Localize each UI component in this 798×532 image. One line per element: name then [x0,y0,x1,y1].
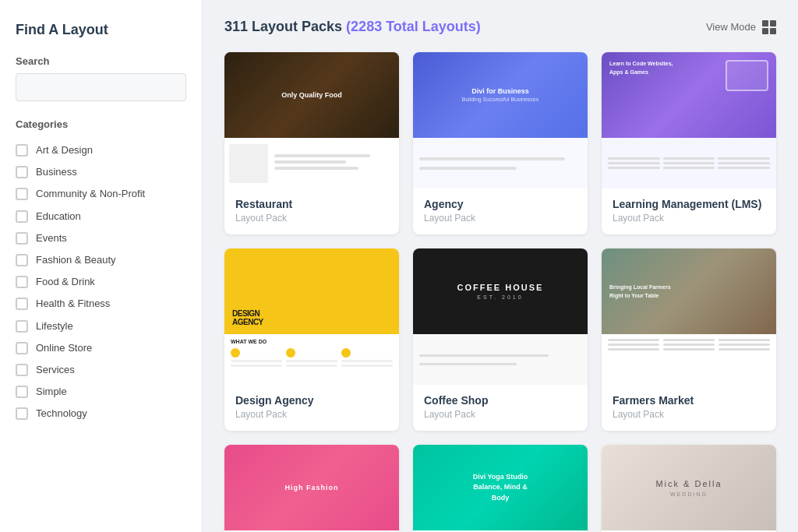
category-label-events: Events [36,231,67,245]
layout-count: 311 Layout Packs [224,19,342,34]
category-label-art-design: Art & Design [36,143,93,157]
card-lms[interactable]: Learn to Code Websites,Apps & Games Lear… [602,52,776,234]
search-input[interactable] [16,73,186,101]
sidebar-item-technology[interactable]: Technology [16,403,186,425]
card-image-restaurant: Only Quality Food [224,52,399,188]
card-subtitle-agency: Layout Pack [424,213,577,224]
card-title-restaurant: Restaurant [235,198,388,210]
category-label-community-non-profit: Community & Non-Profit [36,187,145,201]
checkbox-business[interactable] [16,166,28,178]
view-mode-toggle[interactable]: View Mode [706,20,776,34]
sidebar-item-art-design[interactable]: Art & Design [16,139,186,161]
sidebar-title: Find A Layout [16,22,186,38]
sidebar-item-online-store[interactable]: Online Store [16,337,186,359]
checkbox-simple[interactable] [16,386,28,398]
sidebar: Find A Layout Search Categories Art & De… [0,0,203,532]
search-label: Search [16,55,186,67]
card-info-restaurant: Restaurant Layout Pack [224,188,399,234]
main-content: 311 Layout Packs (2283 Total Layouts) Vi… [203,0,798,532]
card-image-farmers-market: Bringing Local FarmersRight to Your Tabl… [602,248,776,385]
categories-label: Categories [16,118,186,130]
card-title-agency: Agency [424,198,577,210]
card-subtitle-design-agency: Layout Pack [235,409,388,420]
sidebar-item-community-non-profit[interactable]: Community & Non-Profit [16,183,186,205]
checkbox-services[interactable] [16,364,28,376]
category-label-services: Services [36,363,75,377]
checkbox-technology[interactable] [16,407,28,420]
category-label-health-fitness: Health & Fitness [36,297,110,311]
sidebar-item-lifestyle[interactable]: Lifestyle [16,315,186,337]
category-label-simple: Simple [36,385,67,399]
card-info-agency: Agency Layout Pack [413,188,588,234]
view-mode-label: View Mode [706,21,756,33]
card-wedding[interactable]: Mick & DellaWEDDING Our Story Wedding La… [602,445,776,532]
checkbox-community-non-profit[interactable] [16,188,28,200]
card-image-lms: Learn to Code Websites,Apps & Games [602,52,776,188]
total-count: (2283 Total Layouts) [346,19,481,34]
category-label-education: Education [36,210,81,224]
card-subtitle-coffee-shop: Layout Pack [424,409,577,420]
card-title-lms: Learning Management (LMS) [613,198,765,210]
card-info-farmers-market: Farmers Market Layout Pack [602,385,776,431]
checkbox-education[interactable] [16,210,28,223]
main-title-text: 311 Layout Packs (2283 Total Layouts) [224,19,481,34]
main-title-group: 311 Layout Packs (2283 Total Layouts) [224,19,481,35]
main-header: 311 Layout Packs (2283 Total Layouts) Vi… [224,19,776,35]
category-label-fashion-beauty: Fashion & Beauty [36,253,116,267]
card-title-design-agency: Design Agency [235,394,388,407]
category-label-technology: Technology [36,407,87,421]
checkbox-online-store[interactable] [16,342,28,354]
card-subtitle-restaurant: Layout Pack [235,213,388,224]
card-fashion[interactable]: High Fashion Fashion Layout Pack [224,445,399,532]
category-label-food-drink: Food & Drink [36,275,95,289]
sidebar-item-business[interactable]: Business [16,161,186,183]
category-label-business: Business [36,165,77,179]
card-image-fashion: High Fashion [224,445,399,532]
checkbox-lifestyle[interactable] [16,320,28,333]
card-image-yoga-studio: Divi Yoga StudioBalance, Mind &Body [413,445,588,532]
grid-icon [762,20,776,34]
card-info-lms: Learning Management (LMS) Layout Pack [602,188,776,234]
card-subtitle-farmers-market: Layout Pack [613,409,765,420]
card-info-design-agency: Design Agency Layout Pack [224,385,399,431]
card-info-coffee-shop: Coffee Shop Layout Pack [413,385,588,431]
card-yoga-studio[interactable]: Divi Yoga StudioBalance, Mind &Body Yoga… [413,445,588,532]
card-image-wedding: Mick & DellaWEDDING Our Story [602,445,776,532]
checkbox-fashion-beauty[interactable] [16,254,28,266]
sidebar-item-education[interactable]: Education [16,206,186,227]
card-subtitle-lms: Layout Pack [613,213,765,224]
card-farmers-market[interactable]: Bringing Local FarmersRight to Your Tabl… [602,248,776,431]
card-image-coffee-shop: COFFEE HOUSEEST. 2010 [413,248,588,385]
card-image-design-agency: DESIGNAGENCY WHAT WE DO [224,248,399,385]
checkbox-events[interactable] [16,232,28,245]
card-restaurant[interactable]: Only Quality Food Restaurant Layout Pack [224,52,399,234]
card-title-coffee-shop: Coffee Shop [424,394,577,407]
sidebar-item-services[interactable]: Services [16,359,186,381]
card-title-farmers-market: Farmers Market [613,394,765,407]
layout-grid: Only Quality Food Restaurant Layout Pack… [224,52,776,532]
category-label-lifestyle: Lifestyle [36,319,73,333]
card-image-agency: Divi for BusinessBuilding Successful Bus… [413,52,588,188]
sidebar-item-fashion-beauty[interactable]: Fashion & Beauty [16,249,186,271]
sidebar-item-health-fitness[interactable]: Health & Fitness [16,293,186,315]
card-design-agency[interactable]: DESIGNAGENCY WHAT WE DO Design Agency La… [224,248,399,431]
checkbox-health-fitness[interactable] [16,298,28,310]
sidebar-item-events[interactable]: Events [16,227,186,249]
category-list: Art & Design Business Community & Non-Pr… [16,139,186,425]
checkbox-art-design[interactable] [16,144,28,157]
card-coffee-shop[interactable]: COFFEE HOUSEEST. 2010 Coffee Shop Layout… [413,248,588,431]
card-agency[interactable]: Divi for BusinessBuilding Successful Bus… [413,52,588,234]
checkbox-food-drink[interactable] [16,276,28,288]
sidebar-item-food-drink[interactable]: Food & Drink [16,271,186,293]
sidebar-item-simple[interactable]: Simple [16,381,186,403]
app-wrapper: Find A Layout Search Categories Art & De… [0,0,798,532]
category-label-online-store: Online Store [36,341,92,355]
